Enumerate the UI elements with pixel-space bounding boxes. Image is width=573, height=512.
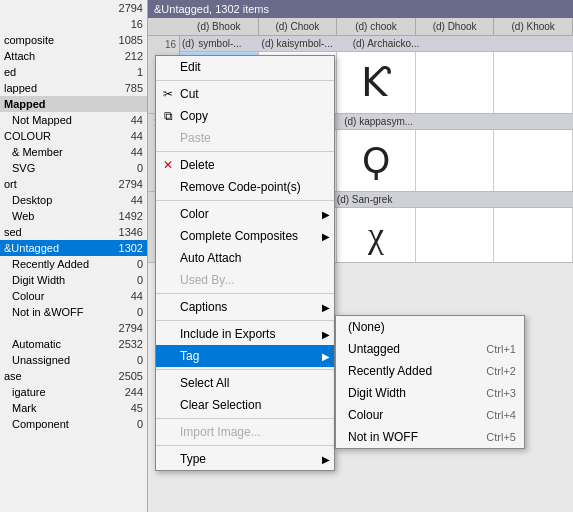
- glyph-cell[interactable]: [494, 130, 573, 191]
- sidebar-row[interactable]: 2794: [0, 320, 147, 336]
- menu-auto-attach[interactable]: Auto Attach: [156, 247, 334, 269]
- glyph-row-label-1: 16 (d) symbol-... (d) kaisymbol-... (d) …: [148, 36, 573, 52]
- glyph-cell[interactable]: [494, 52, 573, 113]
- menu-copy[interactable]: ⧉ Copy: [156, 105, 334, 127]
- menu-separator: [156, 80, 334, 81]
- context-menu: Edit ✂ Cut ⧉ Copy Paste ✕ Delete Remove …: [155, 55, 335, 471]
- glyph-cell[interactable]: [416, 130, 495, 191]
- menu-separator: [156, 293, 334, 294]
- sidebar-row[interactable]: & Member 44: [0, 144, 147, 160]
- glyph-cell[interactable]: [416, 52, 495, 113]
- submenu-none[interactable]: (None): [336, 316, 524, 338]
- menu-complete-composites[interactable]: Complete Composites ▶: [156, 225, 334, 247]
- glyph-cell[interactable]: χ: [337, 208, 416, 262]
- submenu-arrow: ▶: [322, 209, 330, 220]
- sidebar-ligature[interactable]: igature 244: [0, 384, 147, 400]
- glyph-cell[interactable]: Ϙ: [337, 130, 416, 191]
- sidebar-row[interactable]: sed 1346: [0, 224, 147, 240]
- submenu-recently-added[interactable]: Recently Added Ctrl+2: [336, 360, 524, 382]
- glyph-header: (d) Bhook (d) Chook (d) chook (d) Dhook …: [148, 18, 573, 36]
- sidebar-row[interactable]: Attach 212: [0, 48, 147, 64]
- submenu-arrow: ▶: [322, 329, 330, 340]
- sidebar-row[interactable]: composite 1085: [0, 32, 147, 48]
- submenu-untagged[interactable]: Untagged Ctrl+1: [336, 338, 524, 360]
- submenu-arrow: ▶: [322, 231, 330, 242]
- glyph-col-khook: (d) Khook: [494, 18, 573, 35]
- sidebar-row[interactable]: ort 2794: [0, 176, 147, 192]
- submenu-arrow: ▶: [322, 454, 330, 465]
- menu-paste[interactable]: Paste: [156, 127, 334, 149]
- sidebar-base[interactable]: ase 2505: [0, 368, 147, 384]
- glyph-col-dhook: (d) Dhook: [416, 18, 495, 35]
- sidebar-automatic[interactable]: Automatic 2532: [0, 336, 147, 352]
- menu-include-exports[interactable]: Include in Exports ▶: [156, 323, 334, 345]
- glyph-cell[interactable]: Ƙ: [337, 52, 416, 113]
- menu-separator: [156, 200, 334, 201]
- submenu-arrow: ▶: [322, 302, 330, 313]
- copy-icon: ⧉: [160, 109, 176, 123]
- sidebar-mapped-header[interactable]: Mapped: [0, 96, 147, 112]
- menu-tag[interactable]: Tag ▶: [156, 345, 334, 367]
- sidebar-row[interactable]: Desktop 44: [0, 192, 147, 208]
- sidebar-row[interactable]: lapped 785: [0, 80, 147, 96]
- sidebar-unassigned[interactable]: Unassigned 0: [0, 352, 147, 368]
- menu-import-image[interactable]: Import Image...: [156, 421, 334, 443]
- sidebar-not-in-woff[interactable]: Not in &WOFF 0: [0, 304, 147, 320]
- menu-separator: [156, 151, 334, 152]
- glyph-top-bar: &Untagged, 1302 items: [148, 0, 573, 18]
- tag-submenu: (None) Untagged Ctrl+1 Recently Added Ct…: [335, 315, 525, 449]
- menu-select-all[interactable]: Select All: [156, 372, 334, 394]
- menu-separator: [156, 320, 334, 321]
- submenu-colour[interactable]: Colour Ctrl+4: [336, 404, 524, 426]
- glyph-col-chook: (d) Chook: [259, 18, 338, 35]
- sidebar: 2794 16 composite 1085 Attach 212 ed 1 l…: [0, 0, 148, 512]
- delete-icon: ✕: [160, 158, 176, 172]
- glyph-cell[interactable]: [416, 208, 495, 262]
- submenu-not-in-woff[interactable]: Not in WOFF Ctrl+5: [336, 426, 524, 448]
- menu-captions[interactable]: Captions ▶: [156, 296, 334, 318]
- sidebar-row[interactable]: Web 1492: [0, 208, 147, 224]
- menu-separator: [156, 369, 334, 370]
- submenu-digit-width[interactable]: Digit Width Ctrl+3: [336, 382, 524, 404]
- sidebar-untagged[interactable]: &Untagged 1302: [0, 240, 147, 256]
- sidebar-row[interactable]: 2794: [0, 0, 147, 16]
- cut-icon: ✂: [160, 87, 176, 101]
- sidebar-colour[interactable]: Colour 44: [0, 288, 147, 304]
- sidebar-digit-width[interactable]: Digit Width 0: [0, 272, 147, 288]
- menu-type[interactable]: Type ▶: [156, 448, 334, 470]
- sidebar-component[interactable]: Component 0: [0, 416, 147, 432]
- submenu-arrow: ▶: [322, 351, 330, 362]
- sidebar-row[interactable]: 16: [0, 16, 147, 32]
- glyph-cell[interactable]: [494, 208, 573, 262]
- sidebar-row[interactable]: SVG 0: [0, 160, 147, 176]
- glyph-title: &Untagged, 1302 items: [154, 3, 269, 15]
- sidebar-row[interactable]: ed 1: [0, 64, 147, 80]
- menu-used-by[interactable]: Used By...: [156, 269, 334, 291]
- menu-separator: [156, 445, 334, 446]
- menu-clear-selection[interactable]: Clear Selection: [156, 394, 334, 416]
- menu-cut[interactable]: ✂ Cut: [156, 83, 334, 105]
- menu-remove-codepoint[interactable]: Remove Code-point(s): [156, 176, 334, 198]
- glyph-col-bhook: (d) Bhook: [180, 18, 259, 35]
- sidebar-row[interactable]: Not Mapped 44: [0, 112, 147, 128]
- menu-edit[interactable]: Edit: [156, 56, 334, 78]
- menu-color[interactable]: Color ▶: [156, 203, 334, 225]
- glyph-col-chook2: (d) chook: [337, 18, 416, 35]
- sidebar-row[interactable]: COLOUR 44: [0, 128, 147, 144]
- sidebar-recently-added[interactable]: Recently Added 0: [0, 256, 147, 272]
- sidebar-mark[interactable]: Mark 45: [0, 400, 147, 416]
- menu-separator: [156, 418, 334, 419]
- menu-delete[interactable]: ✕ Delete: [156, 154, 334, 176]
